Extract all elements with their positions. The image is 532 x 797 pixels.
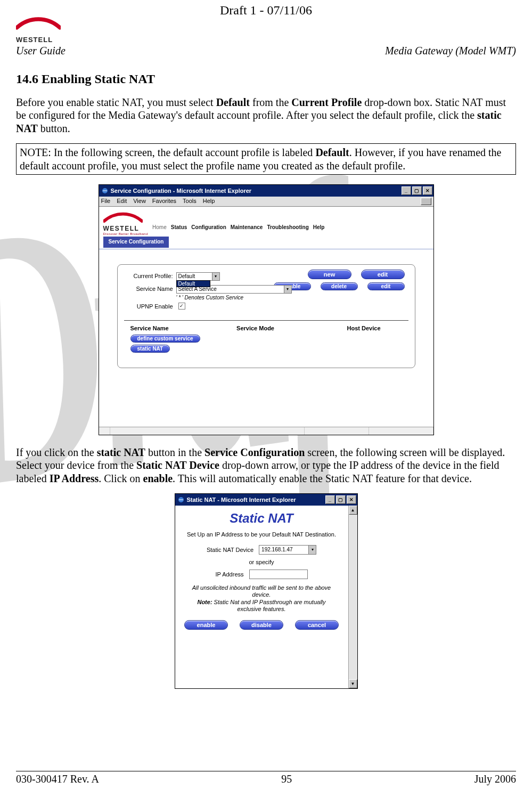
- divider: [99, 249, 433, 249]
- page-banner: WESTELL Discover Better Broadband Home S…: [99, 207, 433, 237]
- banner-logo: WESTELL Discover Better Broadband: [103, 210, 149, 235]
- static-nat-device-select[interactable]: 192.168.1.47: [259, 545, 316, 555]
- banner-tagline: Discover Better Broadband: [103, 232, 149, 235]
- window-titlebar: Service Configuration - Microsoft Intern…: [99, 185, 433, 197]
- text-bold: Static NAT Device: [136, 459, 219, 471]
- tab-configuration[interactable]: Configuration: [191, 224, 226, 230]
- primary-tabs: Home Status Configuration Maintenance Tr…: [152, 224, 429, 230]
- static-nat-note: All unsolicited inbound traffic will be …: [185, 584, 339, 613]
- footer-page: 95: [281, 773, 292, 785]
- th-service-mode: Service Mode: [214, 325, 297, 331]
- window-titlebar: Static NAT - Microsoft Internet Explorer…: [175, 494, 357, 506]
- current-profile-value[interactable]: Default: [176, 272, 220, 281]
- window-menubar: File Edit View Favorites Tools Help: [99, 197, 433, 207]
- static-nat-heading: Static NAT: [176, 511, 347, 526]
- text-fragment: . Click on: [99, 473, 143, 484]
- footer-rule: [16, 771, 516, 771]
- ip-address-label: IP Address: [216, 571, 244, 578]
- profile-option-default[interactable]: Default: [177, 281, 210, 287]
- enable-button[interactable]: enable: [184, 620, 228, 630]
- screenshot-service-config: Service Configuration - Microsoft Intern…: [99, 184, 434, 435]
- static-nat-subtitle: Set Up an IP Address to be your Default …: [186, 531, 338, 538]
- statusbar: [99, 427, 433, 435]
- ip-address-input[interactable]: [249, 570, 308, 579]
- menu-favorites[interactable]: Favorites: [152, 198, 176, 205]
- close-button[interactable]: ✕: [423, 186, 432, 195]
- banner-wordmark: WESTELL: [103, 225, 140, 232]
- tab-troubleshooting[interactable]: Troubleshooting: [267, 224, 308, 230]
- current-profile-dropdown[interactable]: Default: [176, 280, 210, 287]
- window-title: Static NAT - Microsoft Internet Explorer: [187, 497, 296, 503]
- text-fragment: . This will automatically enable the Sta…: [173, 473, 472, 484]
- text-bold: Current Profile: [291, 96, 362, 108]
- header-left: User Guide: [16, 45, 66, 57]
- section-title: 14.6 Enabling Static NAT: [16, 72, 516, 86]
- text-bold: static NAT: [97, 446, 145, 458]
- scroll-up-icon[interactable]: ▲: [349, 506, 357, 515]
- text-fragment: NOTE: In the following screen, the defau…: [20, 147, 315, 158]
- westell-swoosh-icon: [16, 13, 61, 35]
- brand-logo: WESTELL: [16, 13, 66, 44]
- minimize-button[interactable]: _: [402, 186, 411, 195]
- text-fragment: All unsolicited inbound traffic will be …: [192, 584, 331, 598]
- menu-file[interactable]: File: [101, 198, 111, 205]
- westell-swoosh-icon: [103, 210, 143, 226]
- subtab-service-config[interactable]: Service Configuration: [103, 237, 169, 248]
- text-bold: Service Configuration: [204, 446, 305, 458]
- delete-button[interactable]: delete: [321, 282, 358, 290]
- menu-help[interactable]: Help: [203, 198, 215, 205]
- intro-paragraph: Before you enable static NAT, you must s…: [16, 96, 516, 135]
- new-button[interactable]: new: [308, 270, 351, 279]
- edit-button-2[interactable]: edit: [367, 282, 405, 290]
- text-fragment: from the: [250, 96, 291, 108]
- tab-maintenance[interactable]: Maintenance: [231, 224, 263, 230]
- service-config-card: new edit enable delete edit Current Prof…: [117, 264, 415, 368]
- edit-button[interactable]: edit: [361, 270, 405, 279]
- or-specify-label: or specify: [249, 559, 274, 565]
- disable-button[interactable]: disable: [240, 620, 283, 630]
- close-button[interactable]: ✕: [347, 495, 356, 504]
- tab-status[interactable]: Status: [171, 224, 187, 230]
- footer-right: July 2006: [474, 773, 516, 785]
- text-fragment: Before you enable static NAT, you must s…: [16, 96, 216, 108]
- window-title: Service Configuration - Microsoft Intern…: [111, 188, 252, 194]
- th-host-device: Host Device: [297, 325, 402, 331]
- brand-wordmark: WESTELL: [16, 36, 53, 44]
- menu-tools[interactable]: Tools: [183, 198, 197, 205]
- menu-edit[interactable]: Edit: [117, 198, 127, 205]
- header-right: Media Gateway (Model WMT): [385, 45, 516, 57]
- divider: [124, 320, 408, 321]
- current-profile-label: Current Profile:: [124, 272, 173, 279]
- document-header: WESTELL User Guide Media Gateway (Model …: [16, 0, 516, 57]
- current-profile-select[interactable]: Default Default: [176, 272, 220, 281]
- static-nat-button[interactable]: static NAT: [130, 345, 170, 353]
- ie-icon: [177, 496, 185, 503]
- text-bold: enable: [143, 473, 173, 484]
- paragraph-2: If you click on the static NAT button in…: [16, 446, 516, 485]
- tab-help[interactable]: Help: [313, 224, 325, 230]
- scrollbar[interactable]: ▲ ▼: [348, 506, 357, 688]
- text-bold: Note:: [197, 599, 212, 605]
- service-table-header: Service Name Service Mode Host Device: [124, 325, 408, 335]
- define-custom-service-button[interactable]: define custom service: [130, 335, 200, 343]
- scroll-down-icon[interactable]: ▼: [349, 679, 357, 688]
- minimize-button[interactable]: _: [325, 495, 335, 504]
- text-fragment: button in the: [145, 446, 204, 458]
- text-bold: Default: [216, 96, 250, 108]
- cancel-button[interactable]: cancel: [295, 620, 339, 630]
- menu-view[interactable]: View: [133, 198, 146, 205]
- text-fragment: button.: [38, 123, 70, 134]
- maximize-button[interactable]: ▢: [412, 186, 422, 195]
- throbber-icon: [421, 198, 431, 205]
- tab-home[interactable]: Home: [152, 224, 167, 230]
- service-name-label: Service Name: [124, 285, 173, 292]
- th-service-name: Service Name: [130, 325, 214, 331]
- text-bold: IP Address: [50, 473, 99, 484]
- text-bold: Default: [315, 147, 349, 158]
- upnp-checkbox[interactable]: ✓: [178, 303, 185, 310]
- note-box: NOTE: In the following screen, the defau…: [16, 143, 516, 175]
- page-footer: 030-300417 Rev. A 95 July 2006: [16, 773, 516, 785]
- static-nat-device-label: Static NAT Device: [207, 547, 253, 553]
- maximize-button[interactable]: ▢: [336, 495, 346, 504]
- ie-icon: [101, 187, 109, 194]
